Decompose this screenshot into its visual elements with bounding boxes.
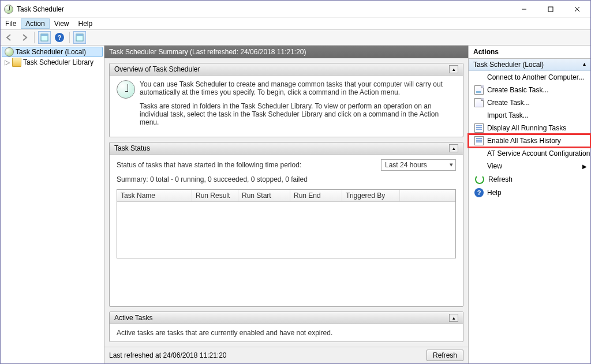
minimize-button[interactable] [511,1,537,18]
period-dropdown[interactable]: Last 24 hours [381,159,456,171]
collapse-icon[interactable]: ▴ [449,314,458,322]
overview-p1: You can use Task Scheduler to create and… [140,80,456,96]
actions-header: Actions [469,46,590,59]
task-icon [474,98,484,107]
tree-root[interactable]: Task Scheduler (Local) [2,47,103,57]
tree-library-label: Task Scheduler Library [23,58,93,66]
chevron-right-icon: ▶ [582,163,587,170]
action-create-task[interactable]: Create Task... [469,96,590,109]
menu-help[interactable]: Help [74,18,98,29]
tree-root-label: Task Scheduler (Local) [16,48,86,56]
action-create-basic[interactable]: Create Basic Task... [469,84,590,96]
svg-rect-5 [41,34,48,36]
col-trigger[interactable]: Triggered By [342,190,400,201]
blank-icon [474,111,484,120]
col-start[interactable]: Run Start [238,190,290,201]
svg-rect-1 [548,7,553,12]
toolbar-help-icon[interactable]: ? [53,31,66,44]
list-icon [474,123,484,133]
action-refresh[interactable]: Refresh [469,172,590,186]
toolbar-btn-2[interactable] [73,31,86,44]
collapse-icon[interactable]: ▴ [449,144,458,152]
folder-icon [12,58,21,67]
svg-rect-7 [76,34,83,36]
collapse-icon[interactable]: ▴ [449,65,458,73]
status-period-label: Status of tasks that have started in the… [117,161,301,169]
status-title: Task Status [114,144,150,152]
list-icon [474,136,484,145]
action-connect[interactable]: Connect to Another Computer... [469,71,590,84]
expand-icon[interactable]: ▷ [4,58,10,66]
action-import[interactable]: Import Task... [469,109,590,122]
back-button[interactable] [3,31,16,44]
col-end[interactable]: Run End [290,190,342,201]
help-icon: ? [474,188,484,197]
action-display-running[interactable]: Display All Running Tasks [469,122,590,134]
tree-library[interactable]: ▷ Task Scheduler Library [2,57,103,67]
active-desc: Active tasks are tasks that are currentl… [117,329,332,337]
blank-icon [474,149,484,158]
actions-group[interactable]: Task Scheduler (Local) [469,59,590,71]
col-result[interactable]: Run Result [192,190,238,201]
last-refreshed: Last refreshed at 24/06/2018 11:21:20 [109,351,227,359]
maximize-button[interactable] [537,1,564,18]
overview-p2: Tasks are stored in folders in the Task … [140,102,456,126]
menu-file[interactable]: File [1,18,21,29]
blank-icon [474,162,484,171]
app-icon [4,5,13,14]
forward-button[interactable] [18,31,31,44]
close-button[interactable] [564,1,590,18]
status-summary: Summary: 0 total - 0 running, 0 succeede… [117,175,456,183]
action-enable-history[interactable]: Enable All Tasks History [469,134,590,147]
action-at-service[interactable]: AT Service Account Configuration [469,147,590,160]
menu-view[interactable]: View [50,18,74,29]
col-name[interactable]: Task Name [117,190,192,201]
refresh-icon [475,175,484,184]
window-title: Task Scheduler [17,5,64,13]
action-view[interactable]: View▶ [469,160,590,172]
action-help[interactable]: ?Help [469,186,590,199]
toolbar-btn-1[interactable] [38,31,51,44]
clock-icon [5,47,14,57]
blank-icon [474,73,484,82]
summary-header: Task Scheduler Summary (Last refreshed: … [104,46,468,58]
refresh-button[interactable]: Refresh [427,350,463,361]
active-title: Active Tasks [114,314,152,322]
status-table: Task Name Run Result Run Start Run End T… [117,189,456,258]
clock-icon [117,80,135,99]
menu-action[interactable]: Action [21,18,49,29]
overview-title: Overview of Task Scheduler [114,65,200,73]
task-icon [474,85,484,95]
